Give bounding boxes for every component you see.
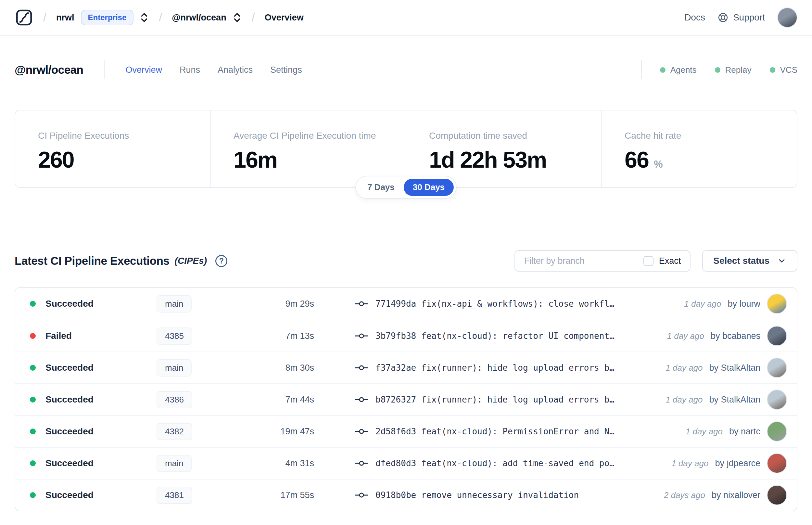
author-avatar[interactable] (767, 453, 787, 473)
top-bar: / nrwl Enterprise / @nrwl/ocean / Overvi… (0, 0, 812, 36)
time-ago-label: 2 days ago (664, 490, 705, 500)
table-row[interactable]: Succeeded main 8m 30s f37a32ae fix(runne… (15, 351, 797, 384)
author-avatar[interactable] (767, 294, 787, 314)
status-label: Succeeded (45, 299, 94, 309)
status-agents[interactable]: Agents (660, 65, 697, 75)
author-label: by lourw (727, 299, 760, 309)
status-cell: Succeeded (30, 458, 156, 468)
divider (104, 60, 105, 79)
table-row[interactable]: Succeeded 4386 7m 44s b8726327 fix(runne… (15, 384, 797, 415)
cipe-section-header: Latest CI Pipeline Executions (CIPEs) ? … (15, 250, 797, 272)
topbar-actions: Docs Support (684, 7, 797, 28)
tab-runs[interactable]: Runs (180, 65, 200, 75)
branch-cell: 4382 (156, 423, 238, 440)
branch-cell: main (156, 295, 238, 313)
cipe-controls: Exact Select status (515, 250, 797, 272)
status-label: Succeeded (45, 363, 94, 373)
commit-cell[interactable]: 0918b0be remove unnecessary invalidation (355, 490, 654, 500)
status-dot-icon (30, 365, 36, 371)
status-cell: Succeeded (30, 426, 156, 437)
breadcrumb-workspace[interactable]: @nrwl/ocean (172, 13, 226, 23)
status-label: Succeeded (45, 394, 94, 405)
stat-ci-pipeline-executions: CI Pipeline Executions 260 (15, 110, 210, 187)
branch-badge[interactable]: 4382 (156, 423, 192, 440)
git-commit-icon (355, 395, 368, 404)
git-commit-icon (355, 490, 368, 500)
workspace-switcher-chevron-icon[interactable] (232, 12, 242, 24)
duration-label: 19m 47s (238, 426, 314, 437)
status-dot-icon (30, 397, 36, 403)
chevron-down-icon (777, 256, 786, 266)
commit-cell[interactable]: 771499da fix(nx-api & workflows): close … (355, 299, 674, 309)
breadcrumb-separator: / (43, 11, 46, 24)
help-icon[interactable]: ? (215, 255, 227, 267)
status-dot-icon (30, 492, 36, 498)
exact-checkbox[interactable] (643, 256, 654, 266)
duration-label: 4m 31s (238, 459, 314, 468)
status-dot-icon (30, 333, 36, 339)
meta-cell: 1 day ago by lourw (684, 294, 787, 314)
exact-match-toggle[interactable]: Exact (634, 251, 690, 271)
author-avatar[interactable] (767, 390, 787, 410)
git-commit-icon (355, 363, 368, 373)
branch-filter-input[interactable] (515, 251, 634, 271)
breadcrumb-org[interactable]: nrwl (56, 13, 74, 23)
duration-label: 17m 55s (238, 490, 314, 500)
author-label: by jdpearce (715, 459, 760, 468)
author-avatar[interactable] (767, 421, 787, 441)
branch-badge[interactable]: main (156, 359, 191, 376)
table-row[interactable]: Failed 4385 7m 13s 3b79fb38 feat(nx-clou… (15, 320, 797, 351)
tab-analytics[interactable]: Analytics (218, 65, 253, 75)
status-replay[interactable]: Replay (715, 65, 752, 75)
branch-badge[interactable]: 4385 (156, 328, 192, 345)
table-row[interactable]: Succeeded 4382 19m 47s 2d58f6d3 feat(nx-… (15, 415, 797, 447)
status-vcs[interactable]: VCS (770, 65, 797, 75)
commit-cell[interactable]: dfed80d3 feat(nx-cloud): add time-saved … (355, 459, 662, 468)
duration-label: 7m 44s (238, 395, 314, 405)
docs-link[interactable]: Docs (684, 12, 705, 23)
table-row[interactable]: Succeeded 4381 17m 55s 0918b0be remove u… (15, 479, 797, 511)
branch-badge[interactable]: main (156, 295, 191, 313)
table-row[interactable]: Succeeded main 9m 29s 771499da fix(nx-ap… (15, 288, 797, 320)
percent-suffix: % (654, 159, 663, 170)
branch-badge[interactable]: 4386 (156, 391, 192, 408)
commit-message: 2d58f6d3 feat(nx-cloud): PermissionError… (376, 426, 614, 436)
duration-label: 9m 29s (238, 299, 314, 309)
commit-cell[interactable]: f37a32ae fix(runner): hide log upload er… (355, 363, 656, 373)
workspace-header: @nrwl/ocean Overview Runs Analytics Sett… (0, 60, 812, 79)
git-commit-icon (355, 331, 368, 341)
commit-cell[interactable]: 3b79fb38 feat(nx-cloud): refactor UI com… (355, 331, 657, 341)
org-switcher-chevron-icon[interactable] (139, 12, 149, 24)
support-link[interactable]: Support (718, 12, 765, 23)
breadcrumb-page: Overview (265, 13, 304, 23)
user-avatar[interactable] (777, 7, 797, 28)
branch-cell: 4386 (156, 391, 238, 408)
author-avatar[interactable] (767, 485, 787, 505)
commit-cell[interactable]: b8726327 fix(runner): hide log upload er… (355, 395, 656, 404)
nx-cloud-logo-icon[interactable] (15, 8, 33, 27)
commit-message: f37a32ae fix(runner): hide log upload er… (376, 363, 614, 373)
status-select-dropdown[interactable]: Select status (702, 250, 797, 272)
author-label: by StalkAltan (709, 395, 760, 405)
duration-label: 8m 30s (238, 363, 314, 373)
commit-cell[interactable]: 2d58f6d3 feat(nx-cloud): PermissionError… (355, 426, 676, 436)
tab-overview[interactable]: Overview (125, 65, 162, 75)
time-ago-label: 1 day ago (686, 426, 723, 437)
branch-badge[interactable]: main (156, 455, 191, 472)
range-7-days-button[interactable]: 7 Days (358, 179, 404, 196)
meta-cell: 1 day ago by StalkAltan (665, 358, 787, 378)
time-ago-label: 1 day ago (665, 363, 703, 373)
breadcrumb-separator: / (252, 11, 255, 24)
status-label: Succeeded (45, 426, 94, 437)
author-avatar[interactable] (767, 358, 787, 378)
status-dot-icon (30, 301, 36, 307)
range-30-days-button[interactable]: 30 Days (404, 179, 454, 196)
workspace-tabs: Overview Runs Analytics Settings (125, 65, 302, 75)
branch-cell: main (156, 359, 238, 376)
green-dot-icon (660, 67, 665, 73)
status-dot-icon (30, 429, 36, 434)
table-row[interactable]: Succeeded main 4m 31s dfed80d3 feat(nx-c… (15, 447, 797, 479)
branch-badge[interactable]: 4381 (156, 487, 192, 504)
author-avatar[interactable] (767, 326, 787, 346)
tab-settings[interactable]: Settings (270, 65, 302, 75)
